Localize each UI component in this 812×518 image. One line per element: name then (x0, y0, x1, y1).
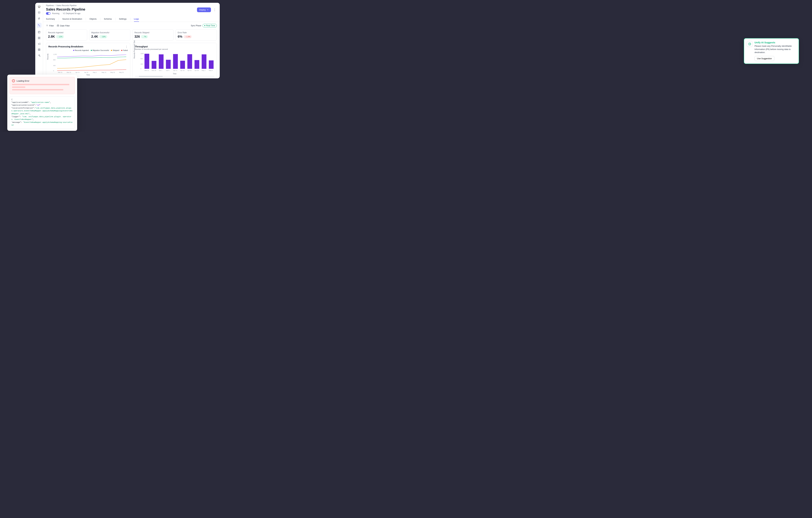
chart-title: Records Processing Breakdown (49, 45, 83, 48)
breadcrumb-root[interactable]: Pipelines (46, 4, 54, 7)
delta-badge: ↓ 7% (141, 35, 148, 38)
deploy-button[interactable]: Deploy (197, 7, 211, 12)
svg-text:Mar 26: Mar 26 (152, 70, 156, 71)
svg-point-0 (39, 6, 40, 6)
ai-suggestion-popup: Unify AI Suggests Please mask any Person… (744, 38, 799, 64)
calendar-icon (57, 25, 59, 27)
svg-text:800: 800 (141, 58, 143, 60)
archive-icon[interactable] (38, 11, 40, 14)
table-icon[interactable] (38, 48, 40, 51)
svg-rect-34 (202, 54, 206, 69)
svg-text:Mar 21: Mar 21 (58, 71, 62, 73)
svg-rect-6 (38, 38, 39, 39)
svg-rect-33 (195, 60, 199, 69)
chart-legend: Records Ingested Migration Successful Sk… (49, 49, 128, 51)
megaphone-icon[interactable] (38, 42, 40, 45)
bar-chart: 12008004000 Mar 21Mar 26Apr 1Apr 6Apr 11… (135, 51, 214, 72)
delta-badge: ↑ 12% (56, 35, 64, 38)
y-axis-label: Records Processed / Sec (134, 40, 135, 59)
tab-schema[interactable]: Schema (104, 17, 112, 22)
logo-icon (37, 5, 41, 8)
legend-label: Records Ingested (75, 49, 89, 51)
running-toggle[interactable] (46, 12, 51, 15)
svg-text:May 6: May 6 (209, 70, 213, 71)
svg-rect-4 (38, 37, 39, 38)
date-filter-button[interactable]: Date Filter (57, 25, 70, 27)
tab-source-destination[interactable]: Source & Destination (62, 17, 82, 22)
metric-label: Error Rate (178, 31, 215, 34)
svg-rect-35 (209, 60, 213, 69)
metric-label: Migration Successful (91, 31, 128, 34)
line-chart: 1,200 800 400 0 Mar 21Mar 31Apr 11Apr 21… (49, 52, 128, 73)
svg-text:800: 800 (53, 59, 56, 61)
metric-records-ingested: Records Ingested 2.8K ↑ 12% (46, 29, 87, 40)
deploy-button-label: Deploy (199, 9, 206, 11)
sync-phase-label: Sync Phase (191, 25, 201, 27)
legend-label: Skipped (113, 49, 119, 51)
chevron-down-icon (207, 9, 209, 11)
y-axis-label: Records (47, 54, 49, 60)
chart-records-breakdown: Records Processing Breakdown ⋮ Records I… (46, 43, 130, 79)
metric-label: Records Skipped (135, 31, 172, 34)
metric-value: 6% (178, 35, 182, 38)
svg-text:Apr 21: Apr 21 (187, 70, 192, 71)
svg-text:Mar 21: Mar 21 (145, 70, 149, 71)
svg-rect-5 (39, 37, 40, 38)
skeleton-line (12, 84, 69, 85)
error-panel: ! Loading Error { "applicationARN": "app… (7, 74, 77, 131)
svg-text:Apr 26: Apr 26 (195, 70, 199, 71)
page-header: Sales Records Pipeline Running V1 Deploy… (43, 7, 220, 17)
svg-text:Apr 16: Apr 16 (180, 70, 184, 71)
breadcrumb-page: Sales Records Pipeline (56, 4, 77, 7)
svg-text:May 11: May 11 (102, 71, 106, 73)
chart-more-button[interactable]: ⋮ (125, 45, 128, 48)
tab-settings[interactable]: Settings (119, 17, 127, 22)
svg-rect-3 (38, 31, 40, 33)
ai-popup-text: Please mask any Personally identifiable … (755, 44, 796, 54)
filter-label: Filter (49, 25, 54, 27)
error-banner: ! Loading Error (9, 77, 75, 94)
use-suggestion-button[interactable]: Use Suggestion (755, 56, 774, 61)
ai-popup-title: Unify AI Suggests (755, 41, 796, 44)
filter-button[interactable]: Filter (46, 25, 54, 27)
layout-icon[interactable] (38, 31, 40, 34)
tab-summary[interactable]: Summary (46, 17, 55, 22)
svg-text:Apr 1: Apr 1 (159, 70, 162, 71)
svg-text:May 1: May 1 (93, 71, 97, 73)
error-code-block: { "applicationARN": "application-name", … (9, 96, 75, 128)
delta-badge: ↑ 10% (99, 35, 107, 38)
svg-text:400: 400 (141, 63, 143, 65)
filter-icon (46, 25, 48, 27)
tab-logs[interactable]: Logs (134, 17, 139, 22)
more-menu-button[interactable]: ⋮ (212, 7, 217, 12)
breadcrumb: Pipelines / Sales Records Pipeline (43, 3, 220, 7)
chart-title: Throughput (135, 45, 168, 48)
status-running: Running (52, 12, 59, 14)
svg-text:1200: 1200 (141, 53, 144, 54)
svg-text:0: 0 (53, 70, 54, 71)
delta-badge: ↑ 1.5% (184, 35, 192, 38)
sidebar (35, 3, 43, 79)
sparkle-icon[interactable] (38, 54, 40, 57)
metrics-row: Records Ingested 2.8K ↑ 12% Migration Su… (46, 29, 217, 40)
grid-icon[interactable] (38, 36, 40, 39)
metric-value: 326 (135, 35, 140, 38)
svg-rect-30 (173, 54, 178, 69)
metric-value: 2.4K (91, 35, 98, 38)
legend-label: Failed (123, 49, 128, 51)
svg-text:Apr 11: Apr 11 (75, 71, 80, 73)
tab-objects[interactable]: Objects (89, 17, 97, 22)
realtime-badge: Real-Time (203, 24, 217, 27)
chart-scrollbar[interactable] (135, 76, 214, 77)
ai-icon (747, 41, 753, 47)
pipeline-icon[interactable] (37, 23, 41, 28)
svg-point-1 (39, 6, 40, 7)
svg-rect-9 (57, 25, 59, 26)
lightning-icon[interactable] (38, 17, 40, 20)
metric-label: Records Ingested (48, 31, 85, 34)
metric-records-skipped: Records Skipped 326 ↓ 7% (133, 29, 174, 40)
svg-text:May 31: May 31 (119, 71, 124, 73)
chart-throughput: Throughput Number of records processed p… (133, 43, 217, 79)
metric-value: 2.8K (48, 35, 55, 38)
main-content: Pipelines / Sales Records Pipeline Sales… (43, 3, 220, 79)
